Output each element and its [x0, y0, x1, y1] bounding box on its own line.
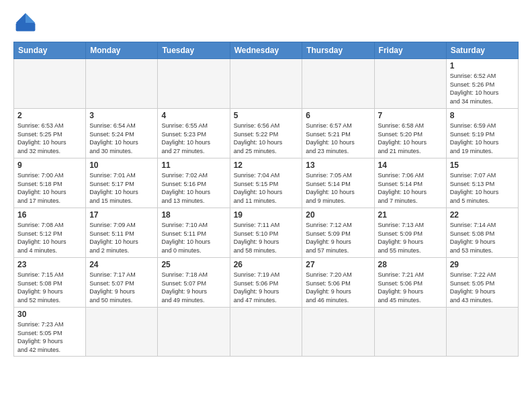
- calendar-cell: 14Sunrise: 7:06 AM Sunset: 5:14 PM Dayli…: [374, 158, 446, 208]
- calendar-cell: 23Sunrise: 7:15 AM Sunset: 5:08 PM Dayli…: [14, 258, 86, 308]
- weekday-header-tuesday: Tuesday: [158, 42, 230, 59]
- calendar-cell: [374, 308, 446, 357]
- svg-marker-0: [26, 13, 35, 23]
- day-info: Sunrise: 7:09 AM Sunset: 5:11 PM Dayligh…: [89, 221, 154, 255]
- day-number: 9: [17, 161, 82, 170]
- calendar-cell: 25Sunrise: 7:18 AM Sunset: 5:07 PM Dayli…: [158, 258, 230, 308]
- day-number: 11: [161, 161, 226, 170]
- day-number: 29: [450, 260, 515, 269]
- day-info: Sunrise: 7:13 AM Sunset: 5:09 PM Dayligh…: [378, 221, 443, 255]
- day-info: Sunrise: 6:52 AM Sunset: 5:26 PM Dayligh…: [450, 72, 515, 105]
- calendar-cell: 3Sunrise: 6:54 AM Sunset: 5:24 PM Daylig…: [86, 109, 158, 158]
- day-info: Sunrise: 7:05 AM Sunset: 5:14 PM Dayligh…: [306, 171, 370, 205]
- calendar-cell: 1Sunrise: 6:52 AM Sunset: 5:26 PM Daylig…: [446, 59, 518, 109]
- day-info: Sunrise: 7:21 AM Sunset: 5:06 PM Dayligh…: [378, 271, 443, 304]
- weekday-header-wednesday: Wednesday: [230, 42, 302, 59]
- day-number: 19: [234, 210, 299, 220]
- calendar-week-row: 9Sunrise: 7:00 AM Sunset: 5:18 PM Daylig…: [14, 158, 519, 208]
- calendar-cell: 15Sunrise: 7:07 AM Sunset: 5:13 PM Dayli…: [446, 158, 518, 208]
- day-info: Sunrise: 7:06 AM Sunset: 5:14 PM Dayligh…: [378, 171, 443, 205]
- calendar-cell: 22Sunrise: 7:14 AM Sunset: 5:08 PM Dayli…: [446, 208, 518, 258]
- calendar-cell: 2Sunrise: 6:53 AM Sunset: 5:25 PM Daylig…: [14, 109, 86, 158]
- calendar-cell: [86, 308, 158, 357]
- day-number: 22: [450, 210, 515, 220]
- calendar-cell: 16Sunrise: 7:08 AM Sunset: 5:12 PM Dayli…: [14, 208, 86, 258]
- calendar-cell: 17Sunrise: 7:09 AM Sunset: 5:11 PM Dayli…: [86, 208, 158, 258]
- day-number: 12: [234, 161, 299, 170]
- day-number: 1: [450, 61, 515, 71]
- calendar-week-row: 2Sunrise: 6:53 AM Sunset: 5:25 PM Daylig…: [14, 109, 519, 158]
- calendar-cell: 28Sunrise: 7:21 AM Sunset: 5:06 PM Dayli…: [374, 258, 446, 308]
- day-info: Sunrise: 7:10 AM Sunset: 5:11 PM Dayligh…: [161, 221, 226, 255]
- day-number: 26: [234, 260, 299, 269]
- calendar-week-row: 23Sunrise: 7:15 AM Sunset: 5:08 PM Dayli…: [14, 258, 519, 308]
- calendar-cell: [86, 59, 158, 109]
- day-number: 10: [89, 161, 154, 170]
- calendar-cell: [374, 59, 446, 109]
- day-number: 13: [306, 161, 370, 170]
- day-number: 23: [17, 260, 82, 269]
- day-info: Sunrise: 7:11 AM Sunset: 5:10 PM Dayligh…: [234, 221, 299, 255]
- calendar-cell: [446, 308, 518, 357]
- svg-rect-2: [16, 23, 36, 32]
- day-number: 14: [378, 161, 443, 170]
- day-info: Sunrise: 6:53 AM Sunset: 5:25 PM Dayligh…: [17, 122, 82, 155]
- calendar-cell: 29Sunrise: 7:22 AM Sunset: 5:05 PM Dayli…: [446, 258, 518, 308]
- calendar-cell: 6Sunrise: 6:57 AM Sunset: 5:21 PM Daylig…: [302, 109, 374, 158]
- weekday-header-sunday: Sunday: [14, 42, 86, 59]
- calendar-cell: 24Sunrise: 7:17 AM Sunset: 5:07 PM Dayli…: [86, 258, 158, 308]
- calendar-cell: 7Sunrise: 6:58 AM Sunset: 5:20 PM Daylig…: [374, 109, 446, 158]
- day-info: Sunrise: 6:55 AM Sunset: 5:23 PM Dayligh…: [161, 122, 226, 155]
- logo-icon: [13, 11, 38, 35]
- calendar-cell: 18Sunrise: 7:10 AM Sunset: 5:11 PM Dayli…: [158, 208, 230, 258]
- calendar-cell: 13Sunrise: 7:05 AM Sunset: 5:14 PM Dayli…: [302, 158, 374, 208]
- day-number: 2: [17, 111, 82, 120]
- day-info: Sunrise: 6:54 AM Sunset: 5:24 PM Dayligh…: [89, 122, 154, 155]
- calendar-cell: 10Sunrise: 7:01 AM Sunset: 5:17 PM Dayli…: [86, 158, 158, 208]
- day-info: Sunrise: 7:08 AM Sunset: 5:12 PM Dayligh…: [17, 221, 82, 255]
- day-info: Sunrise: 7:01 AM Sunset: 5:17 PM Dayligh…: [89, 171, 154, 205]
- weekday-header-thursday: Thursday: [302, 42, 374, 59]
- header: [13, 11, 519, 35]
- day-number: 18: [161, 210, 226, 220]
- day-info: Sunrise: 7:14 AM Sunset: 5:08 PM Dayligh…: [450, 221, 515, 255]
- calendar-cell: 30Sunrise: 7:23 AM Sunset: 5:05 PM Dayli…: [14, 308, 86, 357]
- page: SundayMondayTuesdayWednesdayThursdayFrid…: [0, 0, 532, 411]
- calendar-cell: 19Sunrise: 7:11 AM Sunset: 5:10 PM Dayli…: [230, 208, 302, 258]
- day-info: Sunrise: 7:00 AM Sunset: 5:18 PM Dayligh…: [17, 171, 82, 205]
- calendar-cell: 11Sunrise: 7:02 AM Sunset: 5:16 PM Dayli…: [158, 158, 230, 208]
- calendar-cell: 9Sunrise: 7:00 AM Sunset: 5:18 PM Daylig…: [14, 158, 86, 208]
- day-number: 3: [89, 111, 154, 120]
- day-number: 4: [161, 111, 226, 120]
- day-number: 30: [17, 310, 82, 319]
- day-info: Sunrise: 7:04 AM Sunset: 5:15 PM Dayligh…: [234, 171, 299, 205]
- day-number: 24: [89, 260, 154, 269]
- calendar-cell: [158, 308, 230, 357]
- calendar-cell: 26Sunrise: 7:19 AM Sunset: 5:06 PM Dayli…: [230, 258, 302, 308]
- weekday-header-monday: Monday: [86, 42, 158, 59]
- calendar-cell: [302, 308, 374, 357]
- calendar-cell: [230, 308, 302, 357]
- weekday-header-row: SundayMondayTuesdayWednesdayThursdayFrid…: [14, 42, 519, 59]
- calendar-cell: 8Sunrise: 6:59 AM Sunset: 5:19 PM Daylig…: [446, 109, 518, 158]
- day-number: 5: [234, 111, 299, 120]
- day-number: 20: [306, 210, 370, 220]
- day-info: Sunrise: 7:07 AM Sunset: 5:13 PM Dayligh…: [450, 171, 515, 205]
- day-info: Sunrise: 7:20 AM Sunset: 5:06 PM Dayligh…: [306, 271, 370, 304]
- calendar-cell: 27Sunrise: 7:20 AM Sunset: 5:06 PM Dayli…: [302, 258, 374, 308]
- day-number: 16: [17, 210, 82, 220]
- day-info: Sunrise: 7:23 AM Sunset: 5:05 PM Dayligh…: [17, 320, 82, 354]
- calendar-cell: [302, 59, 374, 109]
- day-info: Sunrise: 7:12 AM Sunset: 5:09 PM Dayligh…: [306, 221, 370, 255]
- day-number: 6: [306, 111, 370, 120]
- day-number: 25: [161, 260, 226, 269]
- calendar-week-row: 16Sunrise: 7:08 AM Sunset: 5:12 PM Dayli…: [14, 208, 519, 258]
- day-number: 27: [306, 260, 370, 269]
- logo: [13, 11, 40, 35]
- calendar-week-row: 30Sunrise: 7:23 AM Sunset: 5:05 PM Dayli…: [14, 308, 519, 357]
- weekday-header-saturday: Saturday: [446, 42, 518, 59]
- weekday-header-friday: Friday: [374, 42, 446, 59]
- day-info: Sunrise: 7:19 AM Sunset: 5:06 PM Dayligh…: [234, 271, 299, 304]
- calendar-cell: 5Sunrise: 6:56 AM Sunset: 5:22 PM Daylig…: [230, 109, 302, 158]
- svg-marker-1: [16, 13, 26, 23]
